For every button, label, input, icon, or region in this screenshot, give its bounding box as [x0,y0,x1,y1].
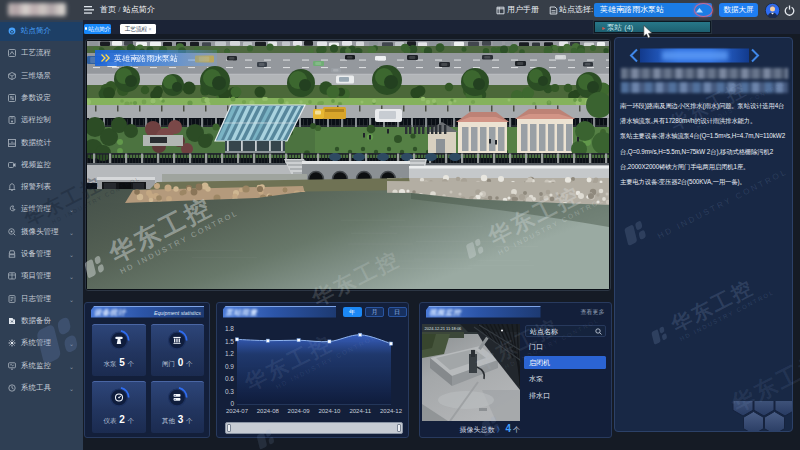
svg-text:英雄南路雨水泵站: 英雄南路雨水泵站 [114,54,178,63]
svg-text:0.3: 0.3 [224,388,233,395]
svg-text:1.2: 1.2 [224,350,233,357]
svg-text:2024-12-21 11:18:06: 2024-12-21 11:18:06 [424,326,462,331]
svg-text:1.5: 1.5 [224,338,233,345]
svg-text:2024-09: 2024-09 [287,408,310,414]
svg-text:2024-11: 2024-11 [349,408,371,414]
svg-text:0: 0 [230,400,234,407]
svg-text:1.8: 1.8 [224,325,233,332]
svg-text:0.6: 0.6 [224,375,233,382]
svg-text:2024-10: 2024-10 [318,408,341,414]
svg-text:2024-07: 2024-07 [225,408,248,414]
svg-text:0.9: 0.9 [224,363,233,370]
svg-text:2024-08: 2024-08 [256,408,279,414]
svg-text:2024-12: 2024-12 [379,408,402,414]
